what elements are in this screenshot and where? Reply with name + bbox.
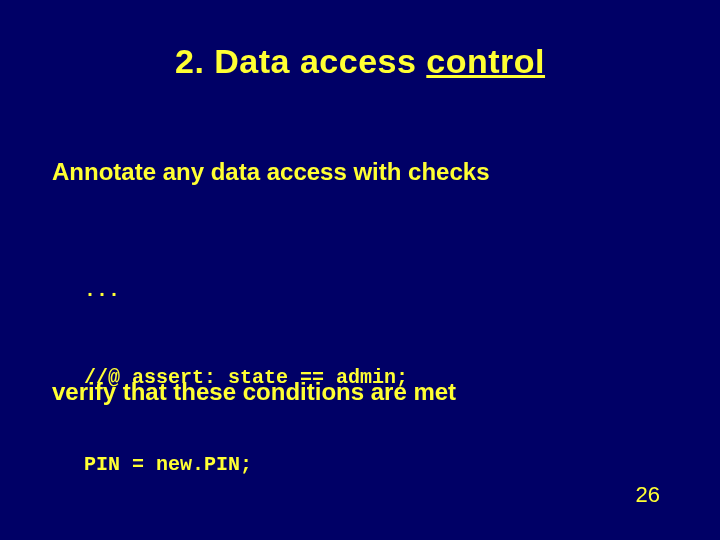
code-line: ... [84, 276, 408, 305]
slide: 2. Data access control Annotate any data… [0, 0, 720, 540]
title-underlined: control [426, 42, 545, 80]
title-prefix: 2. Data access [175, 42, 426, 80]
code-line: PIN = new.PIN; [84, 450, 408, 479]
verify-text: verify that these conditions are met [52, 378, 456, 406]
subtitle-text: Annotate any data access with checks [52, 158, 490, 186]
slide-title: 2. Data access control [0, 0, 720, 81]
page-number: 26 [636, 482, 660, 508]
